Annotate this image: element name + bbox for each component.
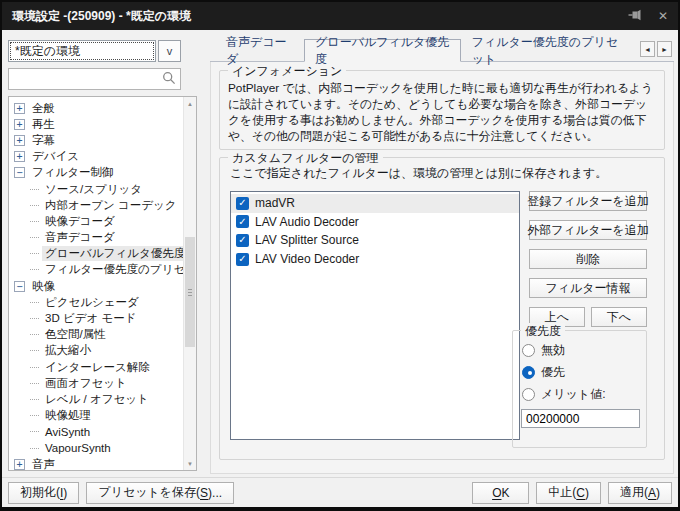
- custom-filters-groupbox: カスタムフィルターの管理 ここで指定されたフィルターは、環境の管理とは別に保存さ…: [219, 157, 665, 460]
- tree-item[interactable]: 内部オープン コーデック: [9, 197, 183, 213]
- profile-combobox-value: *既定の環境: [15, 43, 80, 60]
- delete-filter-button[interactable]: 削除: [529, 249, 647, 269]
- tree-item[interactable]: グローバルフィルタ優先度: [9, 246, 183, 262]
- tab-scroll-right-icon[interactable]: ►: [657, 41, 672, 57]
- tab-content-pane: インフォメーション PotPlayer では、内部コーデックを使用した時に最も適…: [210, 61, 674, 474]
- checkbox-checked-icon[interactable]: ✓: [236, 215, 249, 228]
- tree-item[interactable]: − フィルター制御: [9, 165, 183, 181]
- pin-icon[interactable]: [627, 8, 642, 25]
- tree-item-label: 映像処理: [42, 408, 94, 423]
- tree-branch-line: [30, 415, 39, 416]
- filter-row[interactable]: ✓ LAV Video Decoder: [231, 250, 519, 269]
- tree-expander-icon[interactable]: +: [14, 151, 25, 162]
- priority-groupbox-title: 優先度: [521, 323, 565, 340]
- tree-item[interactable]: 画面オフセット: [9, 375, 183, 391]
- filter-list[interactable]: ✓ madVR ✓ LAV Audio Decoder ✓ LAV Splitt…: [230, 191, 520, 440]
- tree-item-label: デバイス: [29, 149, 82, 164]
- priority-option[interactable]: 優先: [513, 361, 646, 383]
- radio-icon[interactable]: [522, 366, 535, 379]
- save-preset-button[interactable]: プリセットを保存(S)...: [86, 482, 234, 504]
- scroll-down-icon[interactable]: ▼: [184, 457, 196, 470]
- tree-branch-line: [30, 399, 39, 400]
- move-down-button[interactable]: 下へ: [591, 307, 647, 327]
- tree-item[interactable]: + 再生: [9, 116, 183, 132]
- tree-item[interactable]: 映像処理: [9, 408, 183, 424]
- close-icon[interactable]: ✕: [658, 10, 668, 22]
- merit-value-input[interactable]: [521, 409, 640, 428]
- add-external-filter-button[interactable]: 外部フィルターを追加: [529, 220, 647, 240]
- tree-search-box[interactable]: [8, 68, 181, 90]
- priority-option-label: 無効: [541, 342, 565, 359]
- tree-scrollbar[interactable]: ▲ ▼: [183, 97, 196, 470]
- information-groupbox: インフォメーション PotPlayer では、内部コーデックを使用した時に最も適…: [219, 70, 665, 150]
- priority-option[interactable]: 無効: [513, 339, 646, 361]
- tree-item[interactable]: 拡大縮小: [9, 343, 183, 359]
- scrollbar-thumb[interactable]: [185, 237, 195, 347]
- search-input[interactable]: [13, 71, 162, 87]
- footer-bar: 初期化(I) プリセットを保存(S)... OK 中止(C) 適用(A): [2, 477, 678, 507]
- tree-item-label: 内部オープン コーデック: [42, 198, 180, 213]
- filter-row[interactable]: ✓ LAV Splitter Source: [231, 231, 519, 250]
- filter-row[interactable]: ✓ LAV Audio Decoder: [231, 213, 519, 232]
- tree-item-label: 音声: [29, 457, 58, 470]
- filter-name: LAV Splitter Source: [255, 233, 359, 247]
- checkbox-checked-icon[interactable]: ✓: [236, 197, 249, 210]
- tree-expander-icon[interactable]: +: [14, 135, 25, 146]
- radio-icon[interactable]: [522, 344, 535, 357]
- profile-combobox[interactable]: *既定の環境: [8, 40, 156, 62]
- tree-item[interactable]: ソース/スプリッタ: [9, 181, 183, 197]
- tab[interactable]: フィルター優先度のプリセット: [461, 39, 640, 62]
- tree-item-label: 全般: [29, 101, 58, 116]
- priority-option[interactable]: メリット値:: [513, 383, 646, 405]
- filter-action-buttons: 登録フィルターを追加 外部フィルターを追加 削除 フィルター情報 上へ 下へ: [529, 191, 647, 327]
- filter-row[interactable]: ✓ madVR: [231, 194, 519, 213]
- tab-scroll-left-icon[interactable]: ◄: [640, 41, 655, 57]
- tab[interactable]: グローバルフィルタ優先度: [304, 39, 461, 62]
- tree-item[interactable]: + 全般: [9, 100, 183, 116]
- tree-item[interactable]: VapourSynth: [9, 440, 183, 456]
- tree-expander-icon[interactable]: −: [14, 281, 25, 292]
- cancel-button[interactable]: 中止(C): [536, 482, 601, 504]
- tree-item-label: VapourSynth: [42, 442, 114, 454]
- tree-item-label: レベル / オフセット: [42, 392, 152, 407]
- reset-button[interactable]: 初期化(I): [8, 482, 79, 504]
- checkbox-checked-icon[interactable]: ✓: [236, 234, 249, 247]
- tree-item[interactable]: 映像デコーダ: [9, 213, 183, 229]
- tree-item[interactable]: AviSynth: [9, 424, 183, 440]
- tree-item[interactable]: 色空間/属性: [9, 327, 183, 343]
- tree-branch-line: [30, 221, 39, 222]
- checkbox-checked-icon[interactable]: ✓: [236, 253, 249, 266]
- ok-button[interactable]: OK: [472, 482, 529, 504]
- tree-item-label: グローバルフィルタ優先度: [42, 246, 183, 261]
- radio-icon[interactable]: [522, 388, 535, 401]
- tree-item[interactable]: + デバイス: [9, 149, 183, 165]
- add-registered-filter-button[interactable]: 登録フィルターを追加: [529, 191, 647, 211]
- tree-item[interactable]: + 字幕: [9, 132, 183, 148]
- preferences-dialog: 環境設定 -(250909) - *既定の環境 ✕ *既定の環境 v: [0, 0, 680, 511]
- tree-item-label: フィルター制御: [29, 165, 117, 180]
- tree-expander-icon[interactable]: +: [14, 119, 25, 130]
- custom-filters-subtitle: ここで指定されたフィルターは、環境の管理とは別に保存されます。: [230, 165, 607, 182]
- filter-info-button[interactable]: フィルター情報: [529, 278, 647, 298]
- tree-item[interactable]: ピクセルシェーダ: [9, 294, 183, 310]
- tree-item-label: フィルター優先度のプリセット: [42, 262, 183, 277]
- tab[interactable]: 音声デコーダ: [215, 39, 304, 62]
- tree-branch-line: [30, 189, 39, 190]
- tree-expander-icon[interactable]: +: [14, 103, 25, 114]
- apply-button[interactable]: 適用(A): [608, 482, 672, 504]
- profile-dropdown-button[interactable]: v: [158, 40, 181, 62]
- tree-branch-line: [30, 318, 39, 319]
- scroll-up-icon[interactable]: ▲: [184, 97, 196, 110]
- titlebar[interactable]: 環境設定 -(250909) - *既定の環境 ✕: [2, 2, 678, 30]
- tree-item-label: ソース/スプリッタ: [42, 182, 145, 197]
- tree-expander-icon[interactable]: +: [14, 459, 25, 470]
- tree-item[interactable]: レベル / オフセット: [9, 391, 183, 407]
- tree-expander-icon[interactable]: −: [14, 167, 25, 178]
- tree-item[interactable]: インターレース解除: [9, 359, 183, 375]
- tree-item[interactable]: 音声デコーダ: [9, 230, 183, 246]
- tree-item[interactable]: + 音声: [9, 456, 183, 470]
- tree-item[interactable]: 3D ビデオ モード: [9, 310, 183, 326]
- tree-item[interactable]: フィルター優先度のプリセット: [9, 262, 183, 278]
- tree-item[interactable]: − 映像: [9, 278, 183, 294]
- tree-item-label: ピクセルシェーダ: [42, 295, 142, 310]
